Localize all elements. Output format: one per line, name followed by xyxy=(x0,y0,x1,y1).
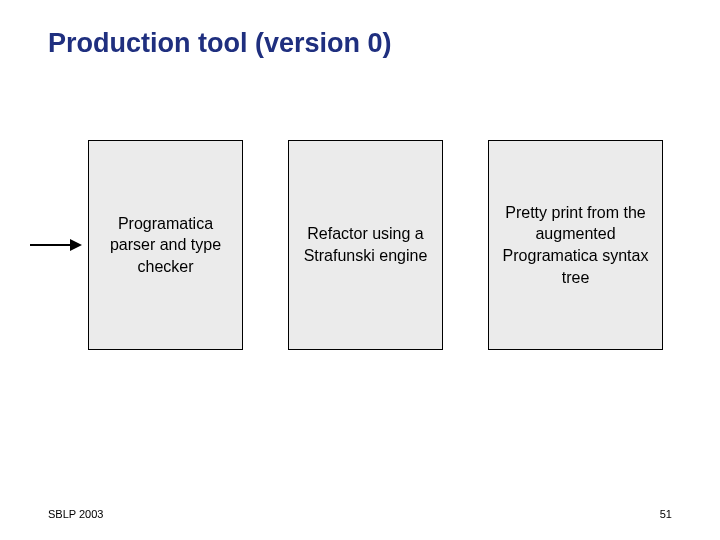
pipeline-diagram: Programatica parser and type checker Ref… xyxy=(0,140,720,360)
slide: Production tool (version 0) Programatica… xyxy=(0,0,720,540)
stage-box-pretty-print: Pretty print from the augmented Programa… xyxy=(488,140,663,350)
stage-box-refactor: Refactor using a Strafunski engine xyxy=(288,140,443,350)
stage-box-parser: Programatica parser and type checker xyxy=(88,140,243,350)
page-title: Production tool (version 0) xyxy=(48,28,392,59)
footer-left: SBLP 2003 xyxy=(48,508,103,520)
stage-label: Programatica parser and type checker xyxy=(97,213,234,278)
footer-page-number: 51 xyxy=(660,508,672,520)
stage-label: Refactor using a Strafunski engine xyxy=(297,223,434,266)
stage-label: Pretty print from the augmented Programa… xyxy=(497,202,654,288)
arrow-icon xyxy=(30,244,80,246)
